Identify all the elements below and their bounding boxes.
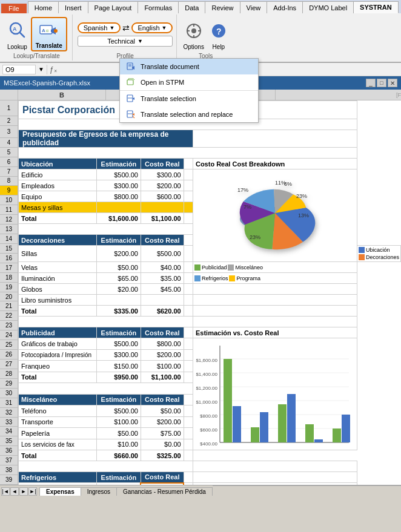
sheet-tab-ganancias[interactable]: Ganancias - Resumen Pérdida [117,487,213,496]
cell-c18[interactable]: $335.00 [96,306,141,317]
cell-f21[interactable]: $400.00 $600.00 $800.00 $1,000.00 $1,200… [193,338,357,450]
cell-f19[interactable] [193,317,357,327]
tab-review[interactable]: Review [205,1,240,13]
row-num-22[interactable]: 22 [0,311,18,321]
cell-e26[interactable] [184,394,193,406]
cell-f15[interactable]: Refrigerios Programa [193,273,357,284]
cell-f18[interactable] [193,306,357,317]
technical-btn[interactable]: Technical ▼ [78,36,173,47]
cell-d13[interactable]: $500.00 [141,246,184,262]
cell-e28[interactable] [184,416,193,428]
cell-e9[interactable] [184,202,193,213]
cell-e6[interactable] [184,169,193,180]
cell-b33[interactable]: Refrigerios [19,472,97,483]
cell-f32[interactable] [193,461,357,472]
cell-row25[interactable] [19,383,193,395]
cell-d31[interactable]: $325.00 [141,450,184,461]
cell-c9[interactable] [96,202,141,213]
cell-b29[interactable]: Papelería [19,428,97,439]
cell-d16[interactable]: $45.00 [141,284,184,295]
cell-b14[interactable]: Velas [19,262,97,273]
row-num-10[interactable]: 10 [0,195,18,205]
row-num-38[interactable]: 38 [0,465,18,475]
cell-e22[interactable] [184,349,193,361]
dropdown-item-open-stpm[interactable]: Open in STPM [120,74,258,90]
tab-data[interactable]: Data [179,1,205,13]
cell-ref-expand-icon[interactable]: ▼ [38,66,44,73]
row-num-11[interactable]: 11 [0,205,18,215]
row-num-33[interactable]: 33 [0,418,18,427]
cell-b15[interactable]: Iluminación [19,273,97,284]
cell-c29[interactable]: $50.00 [96,428,141,439]
row-num-26[interactable]: 26 [0,350,18,360]
swap-icon[interactable]: ⇄ [122,23,130,33]
cell-c13[interactable]: $200.00 [96,246,141,262]
sheet-tab-ingresos[interactable]: Ingresos [81,487,117,496]
cell-row11[interactable] [19,224,193,235]
row-num-23[interactable]: 23 [0,321,18,330]
row-num-24[interactable]: 24 [0,330,18,340]
cell-b17[interactable]: Libro suministros [19,295,97,306]
tab-addins[interactable]: Add-Ins [267,1,303,13]
cell-d14[interactable]: $40.00 [141,262,184,273]
cell-e17[interactable] [184,295,193,306]
tab-pagelayout[interactable]: Page Layout [88,1,139,13]
cell-b23[interactable]: Franqueo [19,361,97,372]
spanish-pill[interactable]: Spanish ▼ [78,22,121,33]
cell-b28[interactable]: Transporte [19,416,97,428]
row-num-21[interactable]: 21 [0,301,18,311]
tab-view[interactable]: View [240,1,268,13]
cell-d17[interactable] [141,295,184,306]
restore-btn[interactable]: □ [377,79,386,87]
cell-e5[interactable] [184,159,193,169]
cell-c10[interactable]: $1,600.00 [96,213,141,224]
english-pill[interactable]: English ▼ [131,22,173,33]
cell-b7[interactable]: Empleados [19,180,97,191]
cell-b24[interactable]: Total [19,372,97,383]
cell-d30[interactable]: $0.00 [141,439,184,450]
cell-f34[interactable] [193,483,357,485]
row-num-1[interactable]: 1 [0,100,18,116]
cell-f3[interactable] [193,130,357,148]
cell-c6[interactable]: $500.00 [96,169,141,180]
cell-e23[interactable] [184,361,193,372]
row-num-29[interactable]: 29 [0,379,18,389]
cell-b5[interactable]: Ubicación [19,159,97,169]
row-num-9[interactable]: 9 [0,186,18,195]
cell-f20[interactable]: Estimación vs. Costo Real [193,327,357,338]
cell-c27[interactable]: $500.00 [96,406,141,417]
cell-b12[interactable]: Decoraciones [19,235,97,246]
cell-e21[interactable] [184,338,193,350]
cell-d27[interactable]: $50.00 [141,406,184,417]
cell-c21[interactable]: $500.00 [96,338,141,350]
row-num-27[interactable]: 27 [0,360,18,369]
cell-d15[interactable]: $35.00 [141,273,184,284]
cell-d28[interactable]: $200.00 [141,416,184,428]
cell-b22[interactable]: Fotocopiadora / Impresión [19,349,97,361]
cell-d8[interactable]: $600.00 [141,191,184,202]
dropdown-item-translate-doc[interactable]: Translate document [120,59,258,74]
cell-c28[interactable]: $100.00 [96,416,141,428]
cell-c30[interactable]: $10.00 [96,439,141,450]
cell-b6[interactable]: Edificio [19,169,97,180]
options-button[interactable]: Options [182,17,205,51]
tab-systran[interactable]: SYSTRAN [354,1,399,13]
cell-e18[interactable] [184,306,193,317]
nav-prev-arrow[interactable]: ◄ [10,487,19,496]
row-num-13[interactable]: 13 [0,225,18,234]
cell-c34[interactable]: $600.00 [96,483,141,485]
row-num-5[interactable]: 5 [0,148,18,157]
cell-row4[interactable] [19,148,357,159]
sheet-tab-expensas[interactable]: Expensas [39,487,81,496]
cell-e34[interactable] [184,483,193,485]
cell-b31[interactable]: Total [19,450,97,461]
cell-c8[interactable]: $800.00 [96,191,141,202]
cell-d5[interactable]: Costo Real [141,159,184,169]
cell-f6[interactable]: 23% 13% 17% 7% 23% 11% 6% [193,169,357,262]
cell-d22[interactable]: $200.00 [141,349,184,361]
cell-e30[interactable] [184,439,193,450]
cell-b8[interactable]: Equipo [19,191,97,202]
dropdown-item-translate-sel[interactable]: Translate selection [120,91,258,107]
row-num-34[interactable]: 34 [0,427,18,436]
row-num-31[interactable]: 31 [0,398,18,408]
